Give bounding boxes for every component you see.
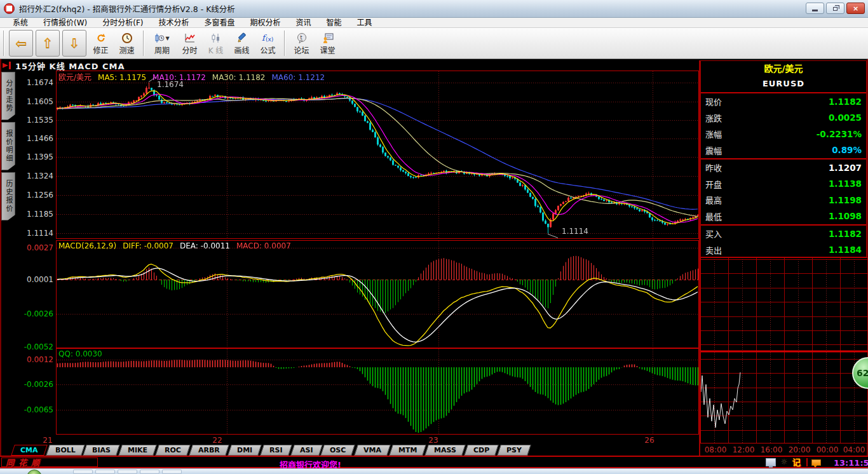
sidebar-item-quote-detail[interactable]: 报价明细 [1, 122, 15, 170]
mini-chart-canvas[interactable] [700, 257, 868, 444]
chevron-down-icon: ▼ [165, 36, 169, 41]
period-icon: ▼ [154, 30, 170, 46]
toolbar: ⇦ ⇧ ⇩ 修正 测速 ▼ 周期 分时 K 线 [0, 28, 868, 59]
title-bar[interactable]: 招行外汇2(fxhq2) - 招商银行外汇通行情分析V2.8 - K线分析 × [0, 0, 868, 18]
sidebar-item-intraday-trend[interactable]: 分时走势 [1, 72, 15, 120]
legend-macd-value: MACD: 0.0007 [236, 241, 291, 250]
intraday-button[interactable]: 分时 [177, 29, 203, 58]
mini-time-label: 20:00 [785, 445, 813, 454]
classroom-button[interactable]: 课堂 [315, 29, 341, 58]
tab-cma[interactable]: CMA [11, 445, 47, 456]
quote-row-prev-close: 昨收1.1207 [701, 159, 866, 176]
indicator-tab-bar: CMA BOLL BIAS MIKE ROC ARBR DMI RSI ASI … [13, 445, 529, 456]
tab-mike[interactable]: MIKE [118, 445, 157, 456]
mini-time-label: 12:00 [729, 445, 757, 454]
menu-system[interactable]: 系统 [5, 18, 36, 28]
vendor-logo[interactable]: 同花顺 [1, 457, 98, 467]
message-icon[interactable] [811, 459, 821, 466]
menu-tools[interactable]: 工具 [349, 18, 380, 28]
qq-legend: QQ: 0.0030 [58, 349, 109, 358]
arrow-up-icon: ⇧ [42, 36, 53, 51]
speed-test-button[interactable]: 测速 [114, 29, 140, 58]
clock-icon [119, 30, 135, 46]
draw-line-button[interactable]: 画线 [229, 29, 255, 58]
mini-time-label: 04:00 [840, 445, 868, 454]
qq-canvas[interactable] [56, 348, 699, 435]
tab-arbr[interactable]: ARBR [189, 445, 229, 456]
mini-time-label: 08:00 [702, 445, 729, 454]
tab-mass[interactable]: MASS [424, 445, 465, 456]
tab-asi[interactable]: ASI [290, 445, 322, 456]
up-button[interactable]: ⇧ [36, 30, 60, 57]
period-button[interactable]: ▼ 周期 [147, 29, 177, 58]
quote-row-last: 现价1.1182 [701, 93, 866, 110]
minimize-icon [812, 10, 818, 11]
low-price-annotation: 1.1114 [562, 227, 588, 236]
kline-button[interactable]: K 线 [203, 29, 229, 58]
tab-osc[interactable]: OSC [321, 445, 356, 456]
menu-smart[interactable]: 智能 [319, 18, 349, 28]
back-button[interactable]: ⇦ [9, 30, 33, 57]
x-tick-22: 22 [207, 436, 228, 445]
taskbar-button[interactable] [162, 470, 182, 474]
note-icon[interactable]: 记 [792, 458, 803, 466]
connection-monitor-icon[interactable] [766, 458, 776, 466]
alert-lamp-icon[interactable]: ☼ [780, 458, 789, 466]
menu-multi-window[interactable]: 多窗看盘 [197, 18, 243, 28]
chart-title: 15分钟 K线 MACD CMA [15, 60, 125, 72]
arrow-down-icon: ⇩ [69, 36, 80, 51]
main-y-tick: 1.1605 [15, 97, 53, 106]
restore-icon [833, 7, 837, 11]
menu-bar: 系统 行情报价(W) 分时分析(F) 技术分析 多窗看盘 期权分析 资讯 智能 … [0, 18, 868, 28]
minimize-button[interactable] [806, 3, 824, 14]
legend-ma30: MA30: 1.1182 [212, 73, 266, 82]
macd-canvas[interactable] [56, 240, 699, 348]
tab-cdp[interactable]: CDP [464, 445, 499, 456]
quote-panel: 欧元/美元 EURUSD 现价1.1182 涨跌0.0025 涨幅-0.2231… [700, 60, 867, 257]
legend-diff: DIFF: -0.0007 [123, 241, 173, 250]
legend-qq: QQ: 0.0030 [58, 349, 102, 358]
menu-news[interactable]: 资讯 [288, 18, 319, 28]
main-chart-legend: 欧元/美元MA5: 1.1175MA10: 1.1172MA30: 1.1182… [58, 71, 331, 82]
qq-y-tick: -0.0065 [15, 405, 53, 414]
correct-button[interactable]: 修正 [88, 29, 114, 58]
tab-boll[interactable]: BOLL [46, 445, 85, 456]
menu-technical-analysis[interactable]: 技术分析 [151, 18, 197, 28]
main-y-tick: 1.1185 [15, 210, 53, 219]
tab-vma[interactable]: VMA [354, 445, 391, 456]
legend-symbol: 欧元/美元 [58, 73, 92, 82]
chart-header: 15分钟 K线 MACD CMA [0, 60, 125, 71]
legend-dea: DEA: -0.0011 [180, 241, 230, 250]
macd-y-tick: -0.0026 [15, 309, 53, 318]
menu-options-analysis[interactable]: 期权分析 [243, 18, 288, 28]
tab-bias[interactable]: BIAS [83, 445, 120, 456]
window-title: 招行外汇2(fxhq2) - 招商银行外汇通行情分析V2.8 - K线分析 [19, 3, 235, 15]
taskbar-button[interactable] [140, 470, 159, 474]
quote-row-change-pct: 涨幅-0.2231% [701, 126, 866, 142]
tab-psy[interactable]: PSY [497, 445, 531, 456]
restore-button[interactable] [826, 3, 844, 14]
speech-bubble-icon: t [294, 30, 310, 46]
forum-button[interactable]: t 论坛 [288, 29, 315, 58]
collapse-panel-icon[interactable] [3, 62, 11, 69]
tab-mtm[interactable]: MTM [389, 445, 426, 456]
menu-intraday-analysis[interactable]: 分时分析(F) [95, 18, 151, 28]
quote-row-low: 最低1.1098 [701, 208, 866, 225]
formula-button[interactable]: f(x) 公式 [255, 29, 281, 58]
taskbar-button[interactable] [73, 470, 93, 474]
classroom-icon [320, 30, 336, 46]
menu-quotes[interactable]: 行情报价(W) [36, 18, 95, 28]
tab-rsi[interactable]: RSI [260, 445, 292, 456]
taskbar-button[interactable] [118, 470, 137, 474]
candles-icon [208, 30, 224, 46]
refresh-icon [93, 30, 109, 46]
sidebar-item-history-quote[interactable]: 历史报价 [1, 172, 15, 220]
main-chart-canvas[interactable] [56, 71, 699, 239]
toolbar-separator [284, 30, 285, 56]
tab-roc[interactable]: ROC [156, 445, 191, 456]
tab-dmi[interactable]: DMI [227, 445, 262, 456]
taskbar-button[interactable] [95, 470, 115, 474]
down-button[interactable]: ⇩ [62, 30, 86, 57]
pencil-icon [234, 30, 250, 46]
close-button[interactable]: × [846, 3, 865, 14]
